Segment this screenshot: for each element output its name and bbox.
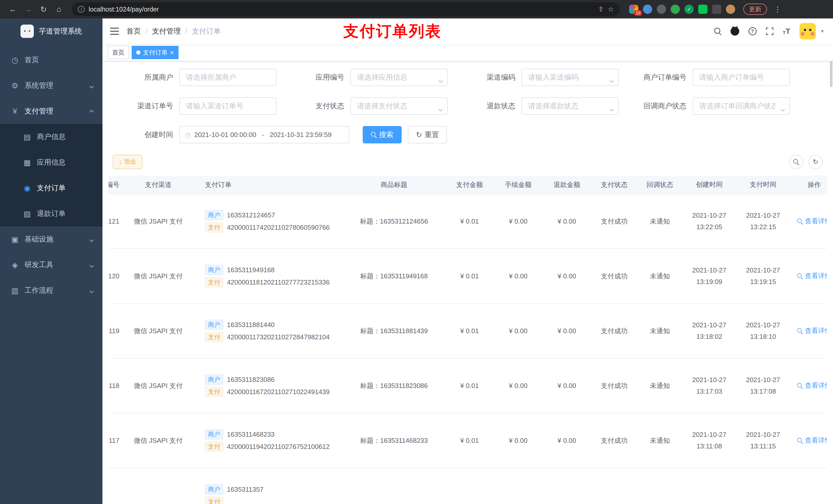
browser-menu-icon[interactable]: ⋮ <box>774 5 781 14</box>
active-tab-dot <box>136 50 140 54</box>
avatar-caret-icon[interactable]: ▾ <box>821 28 824 34</box>
header-pay-time: 支付时间 <box>736 179 790 191</box>
view-detail-link[interactable]: 查看详情 <box>797 217 827 225</box>
notify-status-select[interactable] <box>693 97 790 115</box>
colorful-extension-icon[interactable]: 10 <box>629 5 638 14</box>
fullscreen-icon[interactable] <box>766 27 774 35</box>
github-icon[interactable] <box>731 27 739 35</box>
title-prefix: 标题： <box>360 217 380 225</box>
tab-pay-order[interactable]: 支付订单 × <box>132 46 178 59</box>
channel-code-select[interactable] <box>522 69 619 86</box>
address-bar[interactable]: i localhost:1024/pay/order ⇧ ☆ <box>72 2 620 16</box>
sidebar-item-merchant-info[interactable]: ▤ 商户信息 <box>0 124 102 149</box>
cell-product-title: 标题：1635311468233 <box>343 436 445 445</box>
breadcrumb-home[interactable]: 首页 <box>126 26 141 36</box>
create-time-range-picker[interactable]: ◷ 2021-10-01 00:00:00 - 2021-10-31 23:59… <box>179 126 349 143</box>
browser-back-icon[interactable]: ← <box>6 3 20 16</box>
header-pay-order: 支付订单 <box>197 180 343 189</box>
search-button[interactable]: 搜索 <box>363 126 402 143</box>
site-info-icon[interactable]: i <box>78 6 85 13</box>
cell-create-time: 2021-10-2713:18:02 <box>682 319 736 343</box>
export-button[interactable]: ↓ 导出 <box>113 155 142 169</box>
create-time: 13:17:03 <box>682 386 736 398</box>
table-row: 117 微信 JSAPI 支付 商户 1635311468233 支付 4200… <box>109 413 827 468</box>
breadcrumb-pay[interactable]: 支付管理 <box>152 26 181 36</box>
refresh-button[interactable]: ↻ <box>808 155 823 169</box>
view-detail-link[interactable]: 查看详情 <box>797 436 827 445</box>
merchant-order-no-input[interactable] <box>693 69 790 86</box>
date-start-value: 2021-10-01 00:00:00 <box>194 131 256 139</box>
table-row: 119 微信 JSAPI 支付 商户 1635311881440 支付 4200… <box>109 304 827 359</box>
order-id: 119 <box>109 327 119 335</box>
sidebar-item-app-info[interactable]: ▦ 应用信息 <box>0 149 102 175</box>
sidebar: 芋道管理系统 ◷ 首页 ⚙ 系统管理 ¥ 支付管理 ▤ 商户信息 <box>0 19 102 504</box>
reset-button[interactable]: ↻ 重置 <box>408 126 447 143</box>
merchant-filter-input[interactable] <box>179 69 277 86</box>
sidebar-item-home[interactable]: ◷ 首页 <box>0 47 102 73</box>
check-extension-icon[interactable]: ✓ <box>685 5 694 14</box>
url-text[interactable]: localhost:1024/pay/order <box>89 6 594 13</box>
field-notify-status: 回调商户状态 <box>626 97 790 115</box>
pay-order-line: 支付 4200001167202110271022491439 <box>205 387 343 397</box>
pay-order-table: 编号 支付渠道 支付订单 商品标题 支付金额 手续金额 退款金额 支付状态 回调… <box>109 176 827 504</box>
cell-pay-amount: ¥ 0.01 <box>445 217 494 225</box>
help-icon[interactable]: ? <box>748 27 757 35</box>
browser-forward-icon[interactable]: → <box>22 3 35 16</box>
merchant-order-line: 商户 1635311881440 <box>205 320 343 330</box>
pay-status-select[interactable] <box>351 97 448 115</box>
browser-update-button[interactable]: 更新 <box>743 4 767 15</box>
sidebar-item-workflow[interactable]: ▥ 工作流程 <box>0 278 102 303</box>
cell-refund-amount: ¥ 0.00 <box>543 437 591 445</box>
cell-pay-order: 商户 1635312124657 支付 42000011742021102780… <box>197 208 343 235</box>
drop-extension-icon[interactable] <box>643 5 652 14</box>
font-size-icon[interactable]: TT <box>783 27 790 35</box>
toggle-search-button[interactable] <box>789 155 803 169</box>
share-icon[interactable]: ⇧ <box>598 5 604 13</box>
pay-date: 2021-10-27 <box>736 429 790 441</box>
title-prefix: 标题： <box>360 272 380 280</box>
app-no-select[interactable] <box>351 69 448 86</box>
puzzle-extension-icon[interactable] <box>712 5 721 14</box>
merchant-order-no: 1635311357 <box>227 485 264 494</box>
create-time: 13:19:09 <box>682 276 736 288</box>
green-dot-extension-icon[interactable] <box>671 5 680 14</box>
field-label: 回调商户状态 <box>626 101 693 111</box>
table-row: 121 微信 JSAPI 支付 商户 1635312124657 支付 4200… <box>109 194 827 249</box>
sidebar-item-devtools[interactable]: ◈ 研发工具 <box>0 252 102 278</box>
browser-home-icon[interactable]: ⌂ <box>52 3 66 16</box>
tab-home[interactable]: 首页 <box>108 46 129 59</box>
filter-row-3: 创建时间 ◷ 2021-10-01 00:00:00 - 2021-10-31 … <box>109 126 827 143</box>
table-header: 编号 支付渠道 支付订单 商品标题 支付金额 手续金额 退款金额 支付状态 回调… <box>109 176 827 194</box>
browser-reload-icon[interactable]: ↻ <box>37 3 50 16</box>
chevron-down-icon <box>90 286 93 294</box>
sidebar-item-pay-order[interactable]: ◉ 支付订单 <box>0 175 102 201</box>
green-square-extension-icon[interactable] <box>698 5 708 14</box>
user-avatar[interactable] <box>800 23 816 40</box>
sidebar-item-label: 首页 <box>25 55 39 65</box>
merchant-order-line: 商户 1635311357 <box>205 484 343 495</box>
header-product-title: 商品标题 <box>343 180 445 189</box>
app-logo[interactable]: 芋道管理系统 <box>0 19 102 44</box>
create-date: 2021-10-27 <box>682 374 736 386</box>
view-detail-link[interactable]: 查看详情 <box>797 271 827 281</box>
refund-status-select[interactable] <box>522 97 619 115</box>
sidebar-item-infra[interactable]: ▣ 基础设施 <box>0 226 102 252</box>
sidebar-item-pay[interactable]: ¥ 支付管理 <box>0 98 102 124</box>
page-annotation: 支付订单列表 <box>343 21 442 42</box>
profile-emoji-icon[interactable] <box>726 5 735 14</box>
chevron-down-icon <box>610 103 613 113</box>
sidebar-item-label: 研发工具 <box>25 260 53 270</box>
sidebar-toggle-icon[interactable] <box>102 19 126 44</box>
search-icon <box>797 273 803 279</box>
bookmark-star-icon[interactable]: ☆ <box>608 5 614 13</box>
sidebar-item-refund-order[interactable]: ▨ 退款订单 <box>0 201 102 226</box>
field-refund-status: 退款状态 <box>455 97 619 115</box>
view-detail-link[interactable]: 查看详情 <box>797 381 827 390</box>
tools-icon: ◈ <box>10 261 20 269</box>
globe-extension-icon[interactable] <box>657 5 666 14</box>
close-icon[interactable]: × <box>170 49 174 56</box>
channel-order-no-input[interactable] <box>179 97 277 115</box>
sidebar-item-system[interactable]: ⚙ 系统管理 <box>0 73 102 98</box>
view-detail-link[interactable]: 查看详情 <box>797 326 827 335</box>
search-icon[interactable] <box>714 28 721 35</box>
